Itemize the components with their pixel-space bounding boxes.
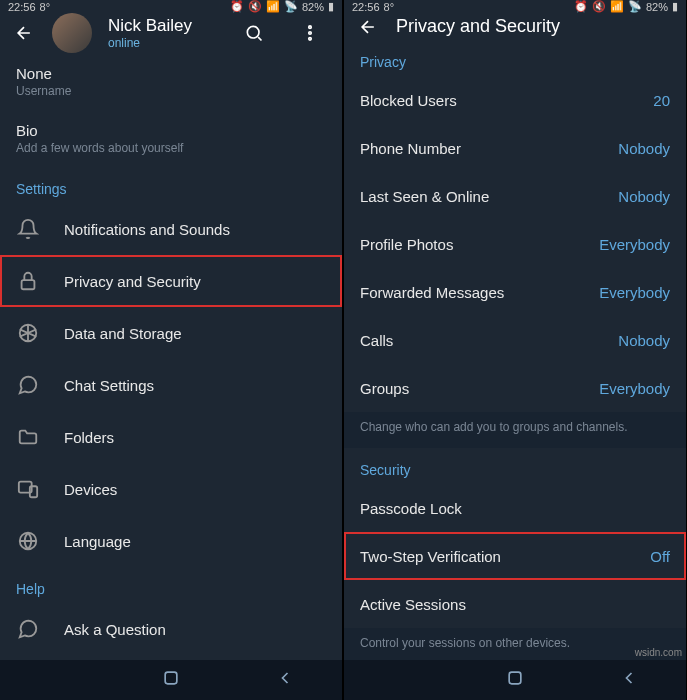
row-value: Nobody — [618, 188, 670, 205]
row-label: Passcode Lock — [360, 500, 670, 517]
privacy-header: Privacy — [344, 40, 686, 76]
mute-icon: 🔇 — [592, 0, 606, 13]
row-value: Everybody — [599, 236, 670, 253]
nav-bar — [0, 660, 342, 700]
row-value: Everybody — [599, 380, 670, 397]
settings-row[interactable]: Devices — [0, 463, 342, 515]
nav-recent-button[interactable] — [47, 668, 67, 692]
svg-rect-11 — [509, 672, 521, 684]
row-label: Phone Number — [360, 140, 618, 157]
avatar[interactable] — [52, 13, 92, 53]
row-value: Everybody — [599, 284, 670, 301]
row-label: Chat Settings — [64, 377, 326, 394]
row-value: 20 — [653, 92, 670, 109]
page-title: Privacy and Security — [396, 16, 560, 37]
user-name: Nick Bailey — [108, 16, 218, 36]
privacy-row[interactable]: Blocked Users20 — [344, 76, 686, 124]
bio-label: Add a few words about yourself — [16, 141, 326, 155]
user-status: online — [108, 36, 218, 50]
battery-icon: ▮ — [328, 0, 334, 13]
chat-icon — [16, 617, 40, 641]
bio-value: Bio — [16, 122, 326, 139]
privacy-footer: Change who can add you to groups and cha… — [344, 412, 686, 448]
row-label: Groups — [360, 380, 599, 397]
username-value: None — [16, 65, 326, 82]
settings-row[interactable]: Chat Settings — [0, 359, 342, 411]
svg-point-2 — [309, 32, 312, 35]
wifi-icon: 📶 — [266, 0, 280, 13]
watermark: wsidn.com — [635, 647, 682, 658]
row-label: Data and Storage — [64, 325, 326, 342]
status-time: 22:56 — [352, 1, 380, 13]
help-header: Help — [0, 567, 342, 603]
security-row[interactable]: Passcode Lock — [344, 484, 686, 532]
wifi-icon: 📶 — [610, 0, 624, 13]
security-row[interactable]: Two-Step VerificationOff — [344, 532, 686, 580]
row-label: Ask a Question — [64, 621, 326, 638]
nav-recent-button[interactable] — [391, 668, 411, 692]
back-button[interactable] — [356, 15, 380, 39]
privacy-screen: 22:568° ⏰ 🔇 📶 📡 82% ▮ Privacy and Securi… — [344, 0, 686, 700]
settings-row[interactable]: Notifications and Sounds — [0, 203, 342, 255]
battery-text: 82% — [646, 1, 668, 13]
security-footer: Control your sessions on other devices. — [344, 628, 686, 664]
row-label: Forwarded Messages — [360, 284, 599, 301]
row-label: Blocked Users — [360, 92, 653, 109]
status-temp: 8° — [384, 1, 395, 13]
chat-icon — [16, 373, 40, 397]
nav-back-button[interactable] — [619, 668, 639, 692]
help-row[interactable]: Ask a Question — [0, 603, 342, 655]
row-label: Folders — [64, 429, 326, 446]
profile-header: Nick Bailey online — [0, 13, 342, 53]
privacy-row[interactable]: GroupsEverybody — [344, 364, 686, 412]
username-label: Username — [16, 84, 326, 98]
svg-point-0 — [247, 26, 259, 38]
devices-icon — [16, 477, 40, 501]
svg-point-1 — [309, 26, 312, 29]
header: Privacy and Security — [344, 13, 686, 40]
row-value: Nobody — [618, 140, 670, 157]
nav-home-button[interactable] — [505, 668, 525, 692]
row-value: Nobody — [618, 332, 670, 349]
row-label: Calls — [360, 332, 618, 349]
privacy-row[interactable]: Phone NumberNobody — [344, 124, 686, 172]
row-label: Devices — [64, 481, 326, 498]
privacy-row[interactable]: Last Seen & OnlineNobody — [344, 172, 686, 220]
battery-icon: ▮ — [672, 0, 678, 13]
settings-row[interactable]: Privacy and Security — [0, 255, 342, 307]
nav-home-button[interactable] — [161, 668, 181, 692]
alarm-icon: ⏰ — [574, 0, 588, 13]
nav-back-button[interactable] — [275, 668, 295, 692]
security-header: Security — [344, 448, 686, 484]
svg-rect-10 — [165, 672, 177, 684]
row-label: Last Seen & Online — [360, 188, 618, 205]
row-label: Active Sessions — [360, 596, 670, 613]
folder-icon — [16, 425, 40, 449]
nav-bar — [344, 660, 686, 700]
signal-icon: 📡 — [628, 0, 642, 13]
username-row[interactable]: None Username — [0, 53, 342, 110]
status-time: 22:56 — [8, 1, 36, 13]
back-button[interactable] — [12, 21, 36, 45]
privacy-row[interactable]: Forwarded MessagesEverybody — [344, 268, 686, 316]
settings-row[interactable]: Language — [0, 515, 342, 567]
security-row[interactable]: Active Sessions — [344, 580, 686, 628]
battery-text: 82% — [302, 1, 324, 13]
privacy-row[interactable]: CallsNobody — [344, 316, 686, 364]
mute-icon: 🔇 — [248, 0, 262, 13]
row-label: Profile Photos — [360, 236, 599, 253]
settings-row[interactable]: Folders — [0, 411, 342, 463]
signal-icon: 📡 — [284, 0, 298, 13]
row-label: Privacy and Security — [64, 273, 326, 290]
row-value: Off — [650, 548, 670, 565]
svg-rect-4 — [22, 280, 35, 289]
bell-icon — [16, 217, 40, 241]
status-temp: 8° — [40, 1, 51, 13]
bio-row[interactable]: Bio Add a few words about yourself — [0, 110, 342, 167]
more-button[interactable] — [290, 13, 330, 53]
status-bar: 22:568° ⏰ 🔇 📶 📡 82% ▮ — [0, 0, 342, 13]
privacy-row[interactable]: Profile PhotosEverybody — [344, 220, 686, 268]
search-button[interactable] — [234, 13, 274, 53]
settings-row[interactable]: Data and Storage — [0, 307, 342, 359]
alarm-icon: ⏰ — [230, 0, 244, 13]
